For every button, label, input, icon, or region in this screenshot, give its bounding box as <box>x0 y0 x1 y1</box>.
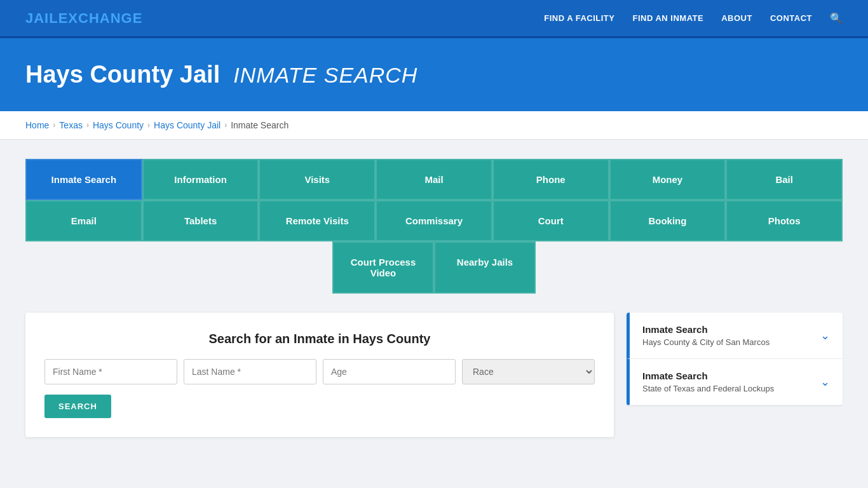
breadcrumb-texas[interactable]: Texas <box>59 120 83 130</box>
sidebar-card-hays-county-sub: Hays County & City of San Marcos <box>642 337 770 347</box>
search-title: Search for an Inmate in Hays County <box>44 332 595 346</box>
inmate-search-box: Search for an Inmate in Hays County Race… <box>25 313 614 437</box>
breadcrumb-hays-county-jail[interactable]: Hays County Jail <box>154 120 220 130</box>
sidebar-card-texas-federal-sub: State of Texas and Federal Lockups <box>642 384 774 393</box>
breadcrumb-home[interactable]: Home <box>25 120 49 130</box>
tile-inmate-search[interactable]: Inmate Search <box>25 159 142 200</box>
tiles-row-1: Inmate Search Information Visits Mail Ph… <box>25 159 843 200</box>
sidebar-card-texas-federal-heading: Inmate Search <box>642 370 774 381</box>
tile-visits[interactable]: Visits <box>259 159 376 200</box>
sidebar-card-hays-county-heading: Inmate Search <box>642 324 770 335</box>
race-select[interactable]: Race White Black Hispanic Asian Other <box>462 359 595 384</box>
tile-information[interactable]: Information <box>142 159 259 200</box>
breadcrumb-sep-1: › <box>53 121 55 130</box>
search-button[interactable]: SEARCH <box>44 395 111 418</box>
sidebar-card-texas-federal[interactable]: Inmate Search State of Texas and Federal… <box>627 359 843 405</box>
tile-mail[interactable]: Mail <box>376 159 492 200</box>
main-content: Inmate Search Information Visits Mail Ph… <box>0 140 868 456</box>
nav-find-facility[interactable]: FIND A FACILITY <box>544 13 614 23</box>
tile-tablets[interactable]: Tablets <box>142 200 259 241</box>
breadcrumb-hays-county[interactable]: Hays County <box>93 120 144 130</box>
age-input[interactable] <box>323 359 456 384</box>
tile-phone[interactable]: Phone <box>492 159 609 200</box>
sidebar-card-hays-county[interactable]: Inmate Search Hays County & City of San … <box>627 313 843 359</box>
main-nav: FIND A FACILITY FIND AN INMATE ABOUT CON… <box>544 12 843 24</box>
search-fields: Race White Black Hispanic Asian Other <box>44 359 595 384</box>
tile-booking[interactable]: Booking <box>609 200 726 241</box>
tile-money[interactable]: Money <box>609 159 726 200</box>
breadcrumb-sep-3: › <box>147 121 150 130</box>
tile-nearby-jails[interactable]: Nearby Jails <box>434 241 536 294</box>
tile-court-process-video[interactable]: Court Process Video <box>332 241 434 294</box>
page-title-main: Hays County Jail <box>25 61 220 88</box>
breadcrumb-sep-4: › <box>224 121 227 130</box>
tile-photos[interactable]: Photos <box>726 200 843 241</box>
nav-contact[interactable]: CONTACT <box>770 13 812 23</box>
content-columns: Search for an Inmate in Hays County Race… <box>25 313 843 437</box>
breadcrumb: Home › Texas › Hays County › Hays County… <box>0 111 868 140</box>
tile-bail[interactable]: Bail <box>726 159 843 200</box>
sidebar-card-texas-federal-text: Inmate Search State of Texas and Federal… <box>642 370 774 393</box>
page-title-italic: INMATE SEARCH <box>233 63 417 87</box>
last-name-input[interactable] <box>184 359 316 384</box>
chevron-down-icon-2: ⌄ <box>820 375 830 389</box>
hero-banner: Hays County Jail INMATE SEARCH <box>0 38 868 111</box>
sidebar-card-hays-county-text: Inmate Search Hays County & City of San … <box>642 324 770 347</box>
tiles-row-2: Email Tablets Remote Visits Commissary C… <box>25 200 843 241</box>
nav-find-inmate[interactable]: FIND AN INMATE <box>632 13 703 23</box>
page-title: Hays County Jail INMATE SEARCH <box>25 61 843 88</box>
breadcrumb-sep-2: › <box>86 121 89 130</box>
nav-about[interactable]: ABOUT <box>721 13 752 23</box>
tiles-row-3: Court Process Video Nearby Jails <box>25 241 843 294</box>
search-icon[interactable]: 🔍 <box>830 12 843 24</box>
first-name-input[interactable] <box>44 359 177 384</box>
site-header: JAILEXCHANGE FIND A FACILITY FIND AN INM… <box>0 0 868 38</box>
tile-court[interactable]: Court <box>492 200 609 241</box>
site-logo[interactable]: JAILEXCHANGE <box>25 10 142 27</box>
tile-commissary[interactable]: Commissary <box>376 200 492 241</box>
breadcrumb-current: Inmate Search <box>231 120 288 130</box>
nav-tiles: Inmate Search Information Visits Mail Ph… <box>25 159 843 294</box>
tile-email[interactable]: Email <box>25 200 142 241</box>
sidebar: Inmate Search Hays County & City of San … <box>627 313 843 405</box>
logo-jail: JAIL <box>25 10 58 26</box>
tile-remote-visits[interactable]: Remote Visits <box>259 200 376 241</box>
chevron-down-icon: ⌄ <box>820 329 830 342</box>
logo-exchange: EXCHANGE <box>58 10 143 26</box>
